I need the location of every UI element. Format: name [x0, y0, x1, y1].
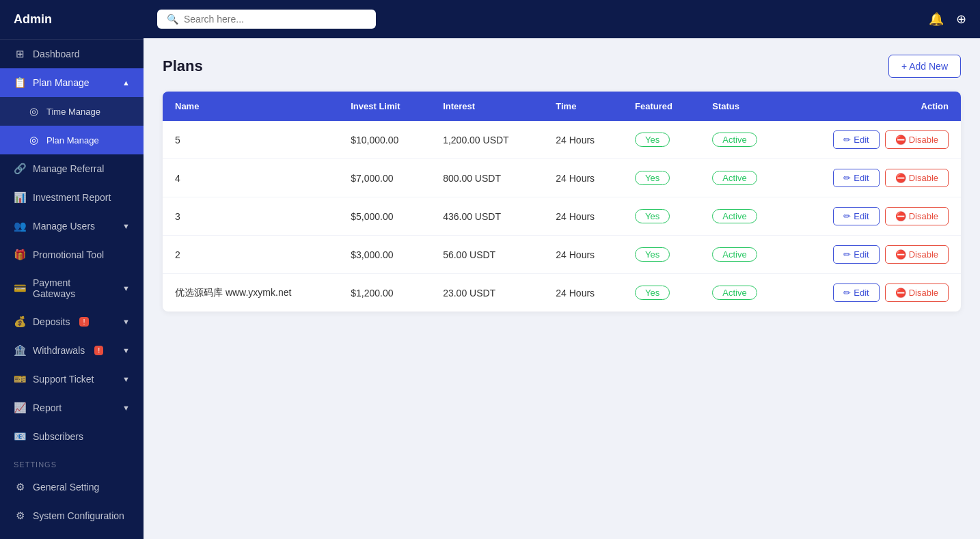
cell-action: ✏ Edit ⛔ Disable — [787, 197, 961, 236]
plans-table-container: Name Invest Limit Interest Time Featured… — [163, 92, 961, 312]
plans-table: Name Invest Limit Interest Time Featured… — [163, 92, 961, 312]
payment-gateways-icon: 💳 — [14, 282, 26, 294]
sidebar-item-label: System Configuration — [33, 510, 124, 521]
featured-badge: Yes — [635, 133, 670, 147]
cell-action: ✏ Edit ⛔ Disable — [787, 236, 961, 274]
chevron-up-icon: ▲ — [122, 79, 130, 87]
sidebar-logo: Admin — [0, 0, 144, 40]
cell-invest-limit: $1,200.00 — [338, 274, 431, 312]
disable-button[interactable]: ⛔ Disable — [885, 284, 949, 302]
page-header: Plans + Add New — [163, 55, 961, 78]
edit-icon: ✏ — [843, 135, 851, 145]
content-area: Plans + Add New Name Invest Limit Intere… — [144, 38, 980, 539]
action-buttons: ✏ Edit ⛔ Disable — [799, 207, 949, 225]
sidebar-item-logo-favicon[interactable]: 🖼 Logo & Favicon — [0, 530, 144, 539]
status-badge: Active — [712, 209, 757, 223]
edit-button[interactable]: ✏ Edit — [833, 169, 879, 187]
disable-icon: ⛔ — [895, 173, 906, 183]
sidebar: Admin ⊞ Dashboard 📋 Plan Manage ▲ ◎ Time… — [0, 0, 144, 539]
cell-name: 3 — [163, 197, 338, 236]
chevron-down-icon6: ▼ — [122, 404, 130, 412]
chevron-down-icon5: ▼ — [122, 375, 130, 383]
featured-badge: Yes — [635, 247, 670, 262]
report-icon: 📈 — [14, 402, 26, 414]
featured-badge: Yes — [635, 286, 670, 300]
status-badge: Active — [712, 247, 757, 262]
cell-featured: Yes — [623, 274, 700, 312]
cell-interest: 23.00 USDT — [431, 274, 543, 312]
sidebar-item-deposits[interactable]: 💰 Deposits ! ▼ — [0, 307, 144, 336]
sidebar-item-manage-referral[interactable]: 🔗 Manage Referral — [0, 154, 144, 183]
sidebar-item-manage-users[interactable]: 👥 Manage Users ▼ — [0, 212, 144, 240]
cell-name: 5 — [163, 121, 338, 159]
disable-button[interactable]: ⛔ Disable — [885, 130, 949, 149]
add-new-button[interactable]: + Add New — [888, 55, 961, 78]
bell-icon[interactable]: 🔔 — [929, 12, 944, 27]
featured-badge: Yes — [635, 171, 670, 185]
sidebar-item-plan-manage-sub[interactable]: ◎ Plan Manage — [0, 126, 144, 154]
sidebar-item-general-setting[interactable]: ⚙ General Setting — [0, 473, 144, 501]
sidebar-item-plan-manage[interactable]: 📋 Plan Manage ▲ — [0, 68, 144, 97]
table-row: 3 $5,000.00 436.00 USDT 24 Hours Yes Act… — [163, 197, 961, 236]
col-time: Time — [543, 92, 623, 121]
settings-icon[interactable]: ⊕ — [956, 12, 966, 27]
sidebar-item-promotional-tool[interactable]: 🎁 Promotional Tool — [0, 240, 144, 269]
disable-icon: ⛔ — [895, 288, 906, 298]
edit-button[interactable]: ✏ Edit — [833, 207, 879, 225]
cell-time: 24 Hours — [543, 197, 623, 236]
col-status: Status — [700, 92, 786, 121]
sidebar-item-support-ticket[interactable]: 🎫 Support Ticket ▼ — [0, 365, 144, 393]
cell-interest: 56.00 USDT — [431, 236, 543, 274]
plan-manage-icon: 📋 — [14, 77, 26, 89]
sidebar-item-label: Plan Manage — [46, 135, 99, 146]
col-action: Action — [787, 92, 961, 121]
action-buttons: ✏ Edit ⛔ Disable — [799, 284, 949, 302]
cell-action: ✏ Edit ⛔ Disable — [787, 274, 961, 312]
time-manage-icon: ◎ — [27, 105, 40, 118]
cell-invest-limit: $3,000.00 — [338, 236, 431, 274]
sidebar-item-withdrawals[interactable]: 🏦 Withdrawals ! ▼ — [0, 336, 144, 365]
sidebar-item-dashboard[interactable]: ⊞ Dashboard — [0, 40, 144, 68]
search-box[interactable]: 🔍 — [157, 10, 376, 29]
support-ticket-icon: 🎫 — [14, 373, 26, 385]
sidebar-item-time-manage[interactable]: ◎ Time Manage — [0, 97, 144, 126]
featured-badge: Yes — [635, 209, 670, 223]
cell-invest-limit: $5,000.00 — [338, 197, 431, 236]
cell-time: 24 Hours — [543, 121, 623, 159]
cell-time: 24 Hours — [543, 236, 623, 274]
edit-button[interactable]: ✏ Edit — [833, 130, 879, 149]
cell-status: Active — [700, 159, 786, 197]
manage-referral-icon: 🔗 — [14, 163, 26, 175]
settings-section-label: SETTINGS — [0, 451, 144, 473]
disable-icon: ⛔ — [895, 211, 906, 221]
cell-featured: Yes — [623, 236, 700, 274]
sidebar-item-system-configuration[interactable]: ⚙ System Configuration — [0, 501, 144, 530]
edit-icon: ✏ — [843, 211, 851, 221]
cell-name: 2 — [163, 236, 338, 274]
disable-button[interactable]: ⛔ Disable — [885, 207, 949, 225]
cell-status: Active — [700, 274, 786, 312]
main-area: 🔍 🔔 ⊕ Plans + Add New Name Invest Limit … — [144, 0, 980, 539]
sidebar-item-payment-gateways[interactable]: 💳 Payment Gateways ▼ — [0, 269, 144, 307]
disable-button[interactable]: ⛔ Disable — [885, 245, 949, 264]
edit-icon: ✏ — [843, 173, 851, 183]
cell-action: ✏ Edit ⛔ Disable — [787, 159, 961, 197]
sidebar-item-label: Subscribers — [33, 431, 83, 442]
cell-status: Active — [700, 197, 786, 236]
sidebar-item-investment-report[interactable]: 📊 Investment Report — [0, 183, 144, 212]
col-interest: Interest — [431, 92, 543, 121]
disable-icon: ⛔ — [895, 249, 906, 260]
sidebar-item-report[interactable]: 📈 Report ▼ — [0, 393, 144, 422]
sidebar-item-label: General Setting — [33, 482, 99, 493]
sidebar-item-subscribers[interactable]: 📧 Subscribers — [0, 422, 144, 451]
sidebar-item-label: Promotional Tool — [33, 249, 104, 260]
disable-button[interactable]: ⛔ Disable — [885, 169, 949, 187]
edit-button[interactable]: ✏ Edit — [833, 245, 879, 264]
edit-button[interactable]: ✏ Edit — [833, 284, 879, 302]
search-input[interactable] — [184, 14, 366, 25]
cell-interest: 436.00 USDT — [431, 197, 543, 236]
cell-time: 24 Hours — [543, 274, 623, 312]
edit-icon: ✏ — [843, 288, 851, 298]
cell-time: 24 Hours — [543, 159, 623, 197]
cell-interest: 1,200.00 USDT — [431, 121, 543, 159]
